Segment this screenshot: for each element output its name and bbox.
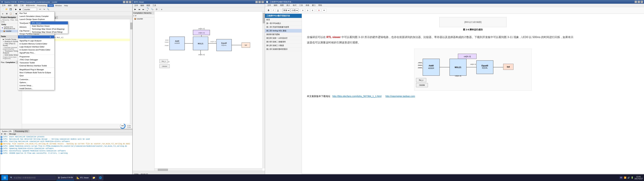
doc-nav-ch3[interactable]: 第三章 Verilog HDL 基础 [265, 29, 302, 33]
menu-options[interactable]: Options... [18, 81, 54, 84]
rtl-filter-tab[interactable]: ▾ [135, 15, 136, 17]
rtl-v-scroll-thumb[interactable] [263, 13, 265, 23]
rtl-hier-tab[interactable]: ≡ [133, 15, 134, 17]
doc-underline-btn[interactable]: U [276, 9, 280, 12]
doc-nav-ch6[interactable]: 第六章 实例二 按键消抖 [265, 40, 302, 44]
taskbar-app-browser[interactable]: 🌐 [98, 175, 103, 180]
rtl-next-btn[interactable]: ⏭ [142, 8, 145, 11]
new-btn[interactable]: 📄 [1, 8, 4, 11]
menu-signaltap[interactable]: SignalTap II Logic Analyzer [18, 39, 54, 42]
rtl-tree-counter[interactable]: 📦 counter [133, 18, 154, 20]
rtl-menu-view[interactable]: 视图 [146, 4, 151, 7]
submenu-rtl[interactable]: RTL Viewer [30, 22, 68, 24]
tb2-btn4[interactable]: ◀ [14, 12, 18, 16]
submenu-tech-map-post[interactable]: Technology Map Viewer (Post-Mapping) [30, 28, 68, 30]
doc-nav-ch8[interactable]: 第八章 实例四 数码管显示 [265, 48, 302, 51]
doc-align-right-btn[interactable]: ≡ [310, 9, 314, 12]
doc-menu-tools[interactable]: 工具 [298, 4, 304, 7]
menu-qsys[interactable]: Qsys [18, 74, 54, 77]
files-tab[interactable]: Files [10, 19, 14, 21]
tb2-btn2[interactable]: ⊞ [5, 12, 8, 16]
doc-menu-file[interactable]: 文件 [266, 4, 272, 7]
taskbar-app-quartus[interactable]: ⚙ Quartus II 64-Bit [56, 175, 74, 180]
doc-menu-window[interactable]: 窗口 [311, 4, 317, 7]
menu-transceiver[interactable]: Transceiver Toolkit [18, 61, 54, 64]
rtl-minimize[interactable]: ─ [256, 1, 258, 3]
open-btn[interactable]: 📂 [5, 8, 8, 11]
scroll-thumb[interactable] [130, 22, 132, 29]
rtl-zoom-in-btn[interactable]: 🔍+ [146, 8, 150, 11]
hierarchy-tab[interactable]: ▸ Hierarchy [1, 19, 10, 21]
rtl-close[interactable]: ✕ [262, 1, 264, 3]
rtl-maximize[interactable]: □ [258, 1, 261, 3]
menu-nios[interactable]: Nios II Software Build Tools for Eclipse [18, 71, 54, 74]
tb2-btn1[interactable]: ≡ [1, 12, 4, 16]
doc-link-2[interactable]: http://xiaomeige.taobao.com [386, 95, 415, 98]
menu-assignments[interactable]: 赋值ments [25, 4, 36, 7]
rtl-menu-file[interactable]: 文件 [133, 4, 139, 7]
menu-customize[interactable]: Customize... [18, 78, 54, 81]
rtl-menu-tools[interactable]: 工具 [152, 4, 157, 7]
stop-btn[interactable]: ⏹ [18, 8, 22, 11]
doc-minimize[interactable]: ─ [634, 1, 637, 3]
doc-menu-view[interactable]: 视图 [279, 4, 285, 7]
menu-megawizard[interactable]: MegaWizard Plug-In Manager [18, 68, 54, 71]
entity-input[interactable] [23, 8, 37, 11]
menu-programmer[interactable]: Programmer [18, 55, 54, 58]
menu-memory-editor[interactable]: In-System Memory Content Editor [18, 42, 54, 45]
redo-btn[interactable]: ↪ [42, 8, 46, 11]
doc-menu-format[interactable]: 格式 [292, 4, 298, 7]
submenu-tech-map-fit[interactable]: Technology Map Viewer (Post-Fitting) [30, 30, 68, 34]
doc-bold-btn[interactable]: B [266, 9, 271, 12]
maximize-button[interactable]: □ [126, 1, 128, 3]
taskbar-search-box[interactable]: 🔍 在这里输入你要搜索的内容 [9, 175, 56, 180]
menu-edit[interactable]: 编辑 [7, 4, 12, 7]
doc-menu-help[interactable]: 帮助 [317, 4, 323, 7]
menu-sources-probes[interactable]: In-System Sources and Probes Editor [18, 48, 54, 51]
search-btn[interactable]: 🔍 [46, 8, 50, 11]
doc-nav-preface[interactable]: 前言 [265, 18, 302, 22]
menu-sim-lib[interactable]: Launch Simulation Library Compiler [18, 15, 54, 18]
rtl-zoom-out-btn[interactable]: 🔍- [150, 8, 154, 11]
doc-nav-ch5[interactable]: 第五章 实例一 LED流水灯 [265, 36, 302, 40]
editor-scrollbar[interactable] [130, 19, 132, 124]
menu-ext-memory[interactable]: External Memory Interface Toolkit [18, 64, 54, 67]
menu-signalprobe[interactable]: SignalProbe Pins... [18, 51, 54, 54]
start-button[interactable]: ⊞ [1, 175, 8, 180]
rtl-fit-btn[interactable]: ⊡ [155, 8, 158, 11]
rtl-v-scrollbar[interactable] [262, 12, 265, 168]
menu-install-devices[interactable]: Install Devices... [18, 87, 54, 90]
compile-btn[interactable]: ▶ [14, 8, 18, 11]
doc-font-select[interactable]: 宋体 [282, 8, 290, 12]
taskbar-app-rtl[interactable]: 📐 RTL Viewer [75, 175, 90, 180]
doc-menu-insert[interactable]: 插入 [286, 4, 291, 7]
menu-help[interactable]: Help [63, 4, 69, 7]
doc-menu-edit[interactable]: 编辑 [273, 4, 278, 7]
lang-indicator[interactable]: 中 [620, 176, 623, 179]
taskbar-clock[interactable]: 13:41 2017/1/17 [634, 176, 643, 180]
rtl-h-scrollbar[interactable] [154, 168, 262, 171]
menu-file[interactable]: 文件 [1, 4, 6, 7]
close-button[interactable]: ✕ [129, 1, 131, 3]
doc-size-select[interactable]: 小四 12 14 [291, 8, 298, 12]
menu-project[interactable]: 工程 [19, 4, 25, 7]
rtl-filter-btn[interactable]: ≡ [160, 8, 164, 11]
rtl-h-scroll-thumb[interactable] [158, 169, 168, 171]
tab-system[interactable]: System (18) [0, 130, 13, 132]
menu-netlist-viewers[interactable]: Netlist Viewers ▶ [18, 35, 54, 38]
menu-window[interactable]: Window [54, 4, 63, 7]
menu-run-tool[interactable]: Run Tool [18, 12, 54, 15]
tab-processing[interactable]: Processing (21) [14, 130, 29, 132]
doc-maximize[interactable]: □ [638, 1, 640, 3]
doc-italic-btn[interactable]: I [272, 9, 275, 12]
doc-align-left-btn[interactable]: ≡ [301, 9, 305, 12]
menu-tools[interactable]: Tools [48, 4, 54, 7]
doc-align-center-btn[interactable]: ≡ [306, 9, 310, 12]
doc-color-btn[interactable]: A [317, 9, 321, 12]
menu-jtag[interactable]: JTAG Chain Debugger [18, 58, 54, 61]
tb2-btn3[interactable]: 📋 [9, 12, 12, 16]
doc-nav-ch2[interactable]: 第二章 开发环境搭建与使用 [265, 25, 302, 29]
rtl-prev-btn[interactable]: ⏮ [137, 8, 141, 11]
save-btn[interactable]: 💾 [9, 8, 12, 11]
doc-menu-table[interactable]: 表格 [304, 4, 310, 7]
